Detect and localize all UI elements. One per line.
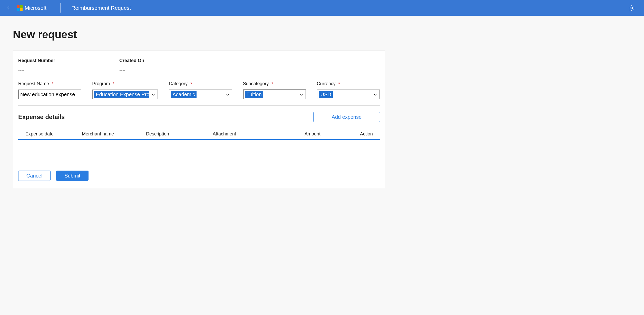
- page-body: New request Request Number ---- Created …: [0, 16, 644, 188]
- th-action: Action: [328, 131, 373, 137]
- request-number-field: Request Number ----: [18, 58, 55, 73]
- request-card: Request Number ---- Created On ---- Requ…: [13, 51, 385, 188]
- category-select[interactable]: Academic: [169, 90, 232, 99]
- chevron-down-icon: [373, 92, 378, 97]
- app-title: Reimbursement Request: [71, 5, 131, 11]
- category-label: Category: [169, 81, 188, 86]
- request-number-value: ----: [18, 68, 55, 73]
- svg-point-0: [631, 7, 632, 9]
- th-merchant-name: Merchant name: [82, 131, 146, 137]
- request-name-input[interactable]: [20, 92, 79, 97]
- created-on-value: ----: [119, 68, 144, 73]
- program-select[interactable]: Education Expense Pro: [92, 90, 158, 99]
- th-description: Description: [146, 131, 213, 137]
- expense-details-header: Expense details Add expense: [18, 112, 380, 122]
- expense-table-body: [18, 140, 380, 168]
- chevron-left-icon: [6, 6, 11, 10]
- created-on-field: Created On ----: [119, 58, 144, 73]
- expense-details-title: Expense details: [18, 113, 65, 121]
- chevron-down-icon: [151, 92, 156, 97]
- settings-button[interactable]: [627, 3, 636, 13]
- gear-icon: [628, 4, 635, 12]
- request-name-field: Request Name *: [18, 81, 81, 99]
- add-expense-button[interactable]: Add expense: [313, 112, 380, 122]
- microsoft-logo-icon: [17, 5, 23, 11]
- readonly-row: Request Number ---- Created On ----: [18, 58, 380, 73]
- th-amount: Amount: [282, 131, 328, 137]
- header-separator: [60, 3, 61, 13]
- th-expense-date: Expense date: [25, 131, 82, 137]
- subcategory-select[interactable]: Tuition: [243, 90, 306, 99]
- currency-value: USD: [319, 91, 333, 98]
- back-button[interactable]: [5, 4, 12, 12]
- expense-table-header: Expense date Merchant name Description A…: [18, 126, 380, 140]
- subcategory-value: Tuition: [245, 91, 263, 98]
- request-name-label: Request Name: [18, 81, 49, 86]
- cancel-button[interactable]: Cancel: [18, 171, 51, 181]
- chevron-down-icon: [299, 92, 304, 97]
- form-actions: Cancel Submit: [18, 171, 380, 181]
- page-title: New request: [13, 28, 631, 41]
- program-field: Program * Education Expense Pro: [92, 81, 158, 99]
- microsoft-logo: Microsoft: [17, 5, 46, 11]
- program-label: Program: [92, 81, 110, 86]
- app-header: Microsoft Reimbursement Request: [0, 0, 644, 16]
- category-field: Category * Academic: [169, 81, 232, 99]
- created-on-label: Created On: [119, 58, 144, 63]
- brand-text: Microsoft: [25, 5, 46, 11]
- request-name-input-wrap[interactable]: [18, 90, 81, 99]
- currency-label: Currency: [317, 81, 336, 86]
- form-row: Request Name * Program * Education Expen…: [18, 81, 380, 106]
- currency-field: Currency * USD: [317, 81, 380, 99]
- subcategory-field: Subcategory * Tuition: [243, 81, 306, 99]
- request-number-label: Request Number: [18, 58, 55, 63]
- category-value: Academic: [171, 91, 197, 98]
- subcategory-label: Subcategory: [243, 81, 269, 86]
- chevron-down-icon: [225, 92, 230, 97]
- th-attachment: Attachment: [213, 131, 282, 137]
- submit-button[interactable]: Submit: [56, 171, 89, 181]
- program-value: Education Expense Pro: [94, 91, 149, 98]
- currency-select[interactable]: USD: [317, 90, 380, 99]
